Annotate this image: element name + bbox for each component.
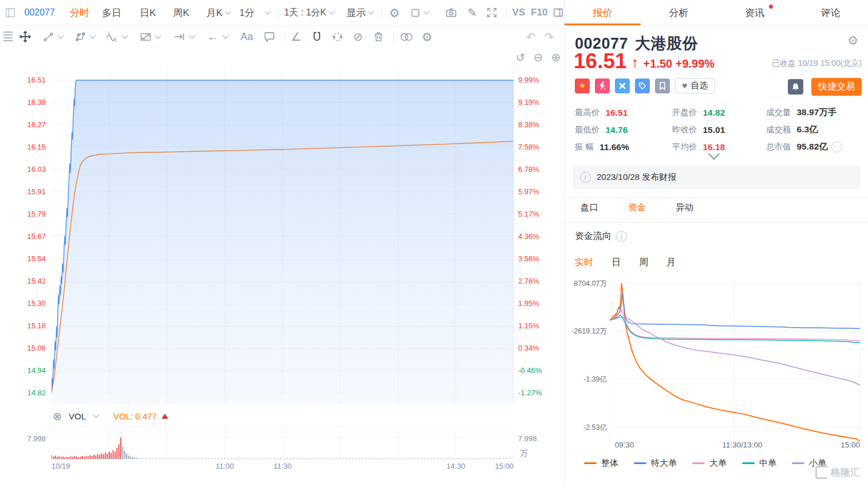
tag-badge xyxy=(635,78,650,93)
vs-compare-button[interactable]: VS xyxy=(512,7,526,18)
svg-text:1: 1 xyxy=(603,86,606,90)
trash-icon[interactable] xyxy=(372,30,385,44)
tab-comments[interactable]: 评论 xyxy=(792,0,868,25)
legend-item[interactable]: 大单 xyxy=(692,458,727,469)
side-panel-toggle-icon[interactable] xyxy=(553,6,564,19)
arrow-left-tool-icon[interactable]: ← xyxy=(206,30,220,44)
tab-quote[interactable]: 报价 xyxy=(565,0,641,25)
price-change: +1.50 +9.99% xyxy=(644,57,715,70)
chevron-down-icon xyxy=(368,9,374,15)
chevron-down-icon xyxy=(121,32,128,38)
close-circle-icon[interactable]: ⊗ xyxy=(50,409,64,423)
range-selector[interactable]: 1天 : 1分K xyxy=(284,7,326,19)
camera-icon[interactable] xyxy=(445,6,457,19)
fundflow-chart[interactable] xyxy=(610,278,862,441)
fund-time-label: 09:30 xyxy=(599,441,650,449)
stat-value: 95.82亿 xyxy=(797,141,828,153)
comment-bubble-icon[interactable] xyxy=(262,30,276,44)
tab-weekly-k[interactable]: 周K xyxy=(173,6,189,19)
watch-label: 自选 xyxy=(691,80,708,91)
display-menu[interactable]: 显示 xyxy=(346,6,366,19)
intraday-price-chart[interactable] xyxy=(52,69,514,404)
price-axis-label: 15.30 xyxy=(0,300,46,308)
redo-icon[interactable]: ↷ xyxy=(542,30,556,44)
tab-funds[interactable]: 资金 xyxy=(628,202,646,214)
fullscreen-expand-icon[interactable] xyxy=(486,6,498,19)
tab-1min[interactable]: 1分 xyxy=(239,6,254,19)
tab-day[interactable]: 日 xyxy=(611,257,621,269)
tab-minute-chart[interactable]: 分时 xyxy=(70,6,89,19)
panel-settings-gear-icon[interactable]: ⚙ xyxy=(847,34,858,46)
percent-axis-label: 4.36% xyxy=(518,233,559,241)
chevron-down-icon xyxy=(424,9,430,15)
vol-axis-unit: 万 xyxy=(520,449,528,459)
pattern-tool-icon[interactable] xyxy=(139,30,152,44)
vol-axis-max-right: 7.998 xyxy=(518,434,537,443)
divider xyxy=(565,198,868,198)
alert-bell-button[interactable] xyxy=(788,79,803,95)
margin-lightning-badge: 1 xyxy=(595,78,610,93)
layout-icon[interactable] xyxy=(409,6,421,19)
volume-bars-chart[interactable] xyxy=(52,426,514,459)
zoom-out-icon[interactable]: ⊖ xyxy=(531,50,545,64)
tab-monthly-k[interactable]: 月K xyxy=(207,6,223,19)
tool-list-icon[interactable] xyxy=(3,32,13,42)
vol-indicator-name[interactable]: VOL xyxy=(69,411,86,421)
f10-button[interactable]: F10 xyxy=(531,7,547,18)
tab-realtime[interactable]: 实时 xyxy=(575,257,593,269)
tab-order-book[interactable]: 盘口 xyxy=(581,202,598,214)
tab-analysis[interactable]: 分析 xyxy=(641,0,717,25)
price-axis-label: 14.82 xyxy=(0,389,46,397)
earnings-notice[interactable]: i 2023/10/28 发布财报 xyxy=(573,166,861,188)
undo-icon[interactable]: ↶ xyxy=(524,30,538,44)
notice-text: 2023/10/28 发布财报 xyxy=(597,172,676,183)
tab-news[interactable]: 资讯 xyxy=(717,0,793,25)
percent-axis-label: -0.46% xyxy=(518,367,559,375)
settings-gear-icon[interactable]: ⚙ xyxy=(389,6,400,19)
price-axis-label: 16.51 xyxy=(0,76,46,84)
ghost-mode-icon[interactable] xyxy=(330,30,344,44)
indicator-settings-gear-icon[interactable]: ⚙ xyxy=(420,30,434,44)
zoom-in-icon[interactable]: ⊕ xyxy=(549,50,563,64)
divider xyxy=(565,222,868,223)
more-icon[interactable]: ⋯ xyxy=(831,142,842,152)
quote-action-buttons: 快捷交易 xyxy=(788,78,862,96)
quick-trade-button[interactable]: 快捷交易 xyxy=(811,78,862,96)
info-icon[interactable]: i xyxy=(616,231,627,242)
legend-swatch-icon xyxy=(584,462,597,464)
tab-movements[interactable]: 异动 xyxy=(676,202,693,214)
price-axis-label: 15.67 xyxy=(0,233,46,241)
legend-item[interactable]: 整体 xyxy=(584,458,618,469)
quote-panel-tabs: 报价 分析 资讯 评论 xyxy=(565,0,868,26)
legend-item[interactable]: 中单 xyxy=(742,458,776,469)
stat-label: 振 幅 xyxy=(575,142,594,152)
text-tool-button[interactable]: Aa xyxy=(240,31,253,43)
move-cross-icon[interactable] xyxy=(18,30,32,44)
legend-item[interactable]: 特大单 xyxy=(634,458,677,469)
add-watchlist-button[interactable]: ♥ 自选 xyxy=(675,78,715,93)
compare-circles-icon[interactable] xyxy=(400,30,413,44)
tab-daily-k[interactable]: 日K xyxy=(140,6,156,19)
time-axis-label: 14:30 xyxy=(436,462,476,470)
trend-line-tool-icon[interactable] xyxy=(41,30,55,44)
tab-multi-day[interactable]: 多日 xyxy=(102,6,121,19)
tab-week[interactable]: 周 xyxy=(639,257,648,269)
fundflow-title: 资金流向 xyxy=(575,230,611,242)
measure-tool-icon[interactable] xyxy=(173,30,187,44)
wave-tool-icon[interactable]: 13 xyxy=(105,30,119,44)
price-axis-label: 15.79 xyxy=(0,210,46,218)
window-icon[interactable] xyxy=(5,6,16,19)
fund-time-label: 15:00 xyxy=(820,441,860,449)
hide-drawings-icon[interactable]: ⊘ xyxy=(351,30,365,44)
magnet-snap-icon[interactable] xyxy=(310,30,323,44)
stock-code-toolbar[interactable]: 002077 xyxy=(24,7,54,18)
tab-month[interactable]: 月 xyxy=(666,257,676,269)
polygon-tool-icon[interactable] xyxy=(73,30,87,44)
percent-axis-label: 0.34% xyxy=(518,344,559,352)
chevron-down-icon[interactable] xyxy=(93,411,99,418)
reset-zoom-icon[interactable]: ↺ xyxy=(514,50,527,64)
pencil-draw-icon[interactable]: ✎ xyxy=(467,6,478,19)
gelonghui-watermark: 格隆汇 xyxy=(815,466,860,479)
vol-up-triangle-icon xyxy=(161,414,168,419)
angle-tool-icon[interactable]: ∠ xyxy=(289,30,303,44)
